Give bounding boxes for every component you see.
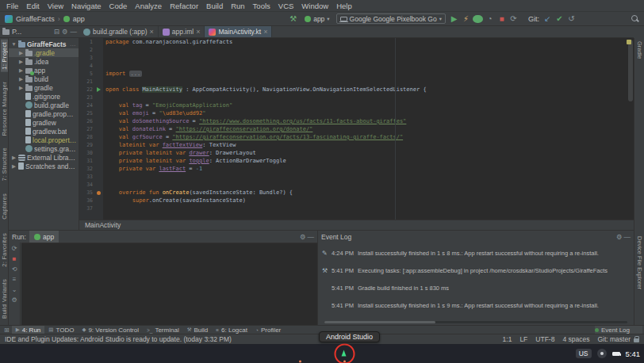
collapse-all-icon[interactable]: ⊟ [54, 28, 59, 36]
toolwindow-button-4-run[interactable]: ▶4: Run [12, 326, 45, 334]
console-layout-icon[interactable]: ≡ [13, 276, 17, 283]
sync-gradle-icon[interactable]: ⟳ [508, 14, 519, 24]
menu-edit[interactable]: Edit [22, 2, 43, 10]
files-app-button[interactable] [316, 347, 329, 361]
toolwindow-stripe-2-favorites[interactable]: 2: Favorites [1, 231, 8, 269]
toolwindow-button-terminal[interactable]: >_Terminal [143, 326, 183, 334]
event-log-list[interactable]: ✎4:24 PMInstall successfully finished in… [322, 243, 632, 319]
settings-gear-icon[interactable]: ⚙ [62, 28, 68, 36]
tree-item-external-libraries[interactable]: ▶External Libraries [9, 153, 79, 162]
tree-item-settings-gradle[interactable]: settings.gradle [9, 144, 79, 153]
keyboard-layout-indicator[interactable]: US [576, 349, 592, 358]
toolwindow-stripe-build-variants[interactable]: Build Variants [1, 277, 8, 321]
hide-panel-icon[interactable]: ― [624, 233, 631, 241]
search-icon[interactable] [631, 14, 639, 23]
run-tab-app[interactable]: app [29, 231, 59, 243]
tree-item-local-properties[interactable]: local.properties [9, 136, 79, 144]
settings-gear-icon[interactable]: ⚙ [300, 233, 306, 241]
project-panel-title[interactable]: P... [12, 28, 21, 36]
run-configuration-select[interactable]: app ▾ [301, 13, 332, 24]
menu-navigate[interactable]: Navigate [67, 2, 105, 10]
toolwindow-button-todo[interactable]: ▤TODO [44, 326, 78, 334]
chrome-app-button[interactable] [293, 347, 307, 361]
tree-item-gradle[interactable]: ▶gradle [9, 83, 79, 92]
hide-panel-icon[interactable]: ― [308, 233, 315, 241]
tree-item-idea[interactable]: ▶.idea [9, 57, 79, 66]
toolwindow-stripe-7-structure[interactable]: 7: Structure [1, 145, 8, 183]
breadcrumb-project[interactable]: GiraffeFacts [16, 15, 55, 23]
stop-icon[interactable]: ■ [496, 14, 507, 24]
run-console[interactable] [21, 243, 317, 325]
hide-panel-icon[interactable]: ― [71, 28, 78, 36]
status-utf-8[interactable]: UTF-8 [535, 335, 554, 343]
lock-icon[interactable] [634, 338, 639, 342]
inspections-indicator-icon[interactable] [627, 40, 631, 44]
close-tab-icon[interactable]: × [196, 28, 200, 36]
menu-vcs[interactable]: VCS [274, 2, 298, 10]
device-select[interactable]: Google Google Pixelbook Go ▾ [336, 13, 446, 24]
tree-item-gradlew[interactable]: gradlew [9, 118, 79, 127]
status-git-master[interactable]: Git: master [597, 335, 631, 343]
status-lf[interactable]: LF [519, 335, 527, 343]
profile-icon[interactable]: ◔ [485, 14, 495, 24]
menu-tools[interactable]: Tools [249, 2, 274, 10]
git-commit-icon[interactable]: ✔ [554, 14, 565, 24]
event-log-hscrollbar[interactable] [324, 321, 627, 323]
code-editor[interactable]: 1package com.naranjaconsal.giraffefacts2… [79, 38, 634, 230]
run-icon[interactable]: ▶ [449, 14, 459, 24]
menu-refactor[interactable]: Refactor [166, 2, 202, 10]
tree-item-gradle[interactable]: ▶.gradle [9, 48, 79, 57]
menu-analyze[interactable]: Analyze [131, 2, 166, 10]
toolwindow-button-9-version-control[interactable]: ◆9: Version Control [78, 326, 143, 334]
debug-icon[interactable] [473, 15, 483, 23]
toolwindow-button-6-logcat[interactable]: ≡6: Logcat [212, 326, 251, 334]
toolwindow-button-event-log[interactable]: Event Log [595, 326, 642, 334]
stop-icon[interactable]: ■ [13, 255, 17, 262]
toolwindow-stripe-gradle[interactable]: Gradle [636, 41, 643, 59]
toolwindow-stripe-1-project[interactable]: 1: Project [1, 40, 8, 72]
close-tab-icon[interactable]: × [263, 28, 267, 36]
tree-item-build-gradle[interactable]: build.gradle [9, 101, 79, 109]
breadcrumb-module[interactable]: app [73, 15, 85, 23]
restart-activity-icon[interactable]: ⟲ [12, 266, 17, 273]
editor-tab-build-gradle-app[interactable]: build.gradle (:app)× [79, 26, 159, 37]
tree-item-app[interactable]: ▶app [9, 66, 79, 75]
notifications-icon[interactable] [597, 349, 607, 358]
breadcrumb-class[interactable]: MainActivity [85, 221, 121, 229]
menu-build[interactable]: Build [202, 2, 227, 10]
editor-tab-mainactivity-kt[interactable]: MainActivity.kt× [205, 26, 272, 37]
code-area[interactable]: 1package com.naranjaconsal.giraffefacts2… [79, 38, 634, 220]
tree-item-gitignore[interactable]: .gitignore [9, 92, 79, 101]
make-project-hammer-icon[interactable]: ⚒ [288, 14, 298, 24]
status-4-spaces[interactable]: 4 spaces [562, 335, 589, 343]
clock[interactable]: 5:41 [626, 350, 641, 358]
menu-window[interactable]: Window [297, 2, 332, 10]
git-update-icon[interactable]: ↙ [542, 14, 553, 24]
git-rollback-icon[interactable]: ↺ [566, 14, 577, 24]
tree-item-gradlew-bat[interactable]: gradlew.bat [9, 127, 79, 136]
menu-help[interactable]: Help [332, 2, 356, 10]
close-tab-icon[interactable]: × [150, 28, 154, 36]
menu-file[interactable]: File [2, 2, 22, 10]
tree-item-build[interactable]: ▶build [9, 75, 79, 83]
console-settings-icon[interactable]: ⚙ [11, 296, 17, 304]
apply-changes-icon[interactable]: ⚡ [461, 14, 471, 24]
status-message[interactable]: IDE and Plugin Updates: Android Studio i… [5, 335, 232, 343]
menu-view[interactable]: View [44, 2, 67, 10]
editor-tab-app-iml[interactable]: app.iml× [159, 26, 205, 37]
menu-code[interactable]: Code [105, 2, 132, 10]
toolwindow-stripe-resource-manager[interactable]: Resource Manager [1, 79, 8, 139]
expand-all-icon[interactable]: ⌄ [12, 286, 17, 293]
menu-run[interactable]: Run [227, 2, 248, 10]
settings-gear-icon[interactable]: ⚙ [616, 233, 623, 241]
toolwindow-switcher-icon[interactable]: ⊞ [2, 327, 12, 334]
tree-item-gradle-properties[interactable]: gradle.properties [9, 109, 79, 118]
toolwindow-button-build[interactable]: ⚒Build [183, 326, 213, 334]
editor-scrollbar[interactable] [628, 40, 633, 101]
status-1-1[interactable]: 1:1 [503, 335, 512, 343]
tree-item-giraffefacts[interactable]: ▼GiraffeFacts ~/StudioProjects/Gi [9, 40, 79, 48]
tree-item-scratches-and-consoles[interactable]: ▶Scratches and Consoles [9, 162, 79, 170]
toolwindow-stripe-device-file-explorer[interactable]: Device File Explorer [636, 236, 643, 289]
toolwindow-stripe-captures[interactable]: Captures [1, 191, 8, 222]
rerun-icon[interactable]: ⟳ [12, 245, 17, 252]
